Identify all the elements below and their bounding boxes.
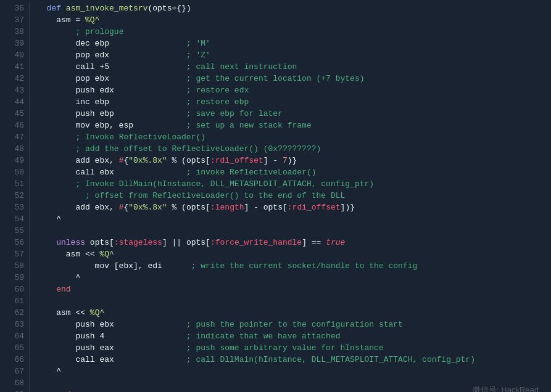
code-line: ^: [37, 213, 551, 225]
code-line: end: [37, 389, 551, 392]
line-number: 54: [2, 213, 24, 225]
code-token: %Q^: [90, 308, 104, 317]
code-token: ; Invoke DllMain(hInstance, DLL_METASPLO…: [75, 179, 374, 189]
line-number: 45: [2, 108, 24, 120]
code-content: def asm_invoke_metsrv(opts={}) asm = %Q^…: [30, 2, 551, 392]
code-token: push eax: [37, 343, 114, 353]
code-token: asm =: [37, 15, 85, 25]
code-token: ; Invoke ReflectiveLoader(): [75, 133, 205, 142]
line-number: 66: [2, 354, 24, 365]
code-token: [109, 74, 186, 83]
code-token: [109, 62, 186, 71]
code-line: add ebx, #{"0x%.8x" % (opts[:rdi_offset]…: [37, 155, 551, 166]
code-token: asm <<: [37, 308, 90, 317]
line-number: 40: [2, 49, 24, 61]
line-number: 42: [2, 73, 24, 84]
code-token: ; call next instruction: [186, 62, 297, 71]
code-token: [37, 179, 75, 189]
code-line: end: [37, 284, 551, 295]
code-token: ): [186, 4, 191, 13]
line-number: 52: [2, 190, 24, 202]
code-line: push eax ; push some arbitrary value for…: [37, 342, 551, 354]
code-line: pop ebx ; get the current location (+7 b…: [37, 73, 551, 84]
code-line: push 4 ; indicate that we have attached: [37, 330, 551, 342]
code-token: )}: [288, 156, 297, 165]
code-token: add ebx,: [37, 156, 119, 165]
line-number: 58: [2, 260, 24, 272]
code-token: ^: [37, 214, 61, 224]
code-token: ; restore edx: [186, 86, 249, 95]
code-line: ; add the offset to ReflectiveLoader() (…: [37, 143, 551, 155]
code-token: [109, 51, 186, 60]
code-token: :rdi_offset: [210, 156, 263, 165]
line-number: 48: [2, 143, 24, 155]
code-line: call ebx ; invoke ReflectiveLoader(): [37, 166, 551, 178]
code-line: mov ebp, esp ; set up a new stack frame: [37, 120, 551, 131]
line-number: 53: [2, 202, 24, 213]
code-token: [114, 343, 186, 353]
code-token: :rdi_offset: [288, 203, 341, 212]
code-token: opts: [186, 203, 205, 212]
line-number: 59: [2, 272, 24, 284]
code-token: push edx: [37, 86, 114, 95]
line-number: 63: [2, 319, 24, 330]
code-line: call eax ; call DllMain(hInstance, DLL_M…: [37, 354, 551, 365]
code-line: [37, 377, 551, 389]
code-token: ; save ebp for later: [186, 109, 283, 118]
code-line: asm = %Q^: [37, 14, 551, 26]
code-token: opts: [263, 203, 283, 212]
code-line: ; offset from ReflectiveLoader() to the …: [37, 190, 551, 202]
code-token: %Q^: [85, 15, 99, 25]
code-line: add ebx, #{"0x%.8x" % (opts[:length] - o…: [37, 202, 551, 213]
code-token: [114, 320, 186, 329]
code-token: opts: [186, 238, 205, 247]
code-token: 7: [283, 156, 288, 165]
code-line: [37, 225, 551, 237]
code-token: pop ebx: [37, 74, 109, 83]
code-token: ^: [37, 273, 80, 282]
code-line: unless opts[:stageless] || opts[:force_w…: [37, 237, 551, 248]
line-number: 46: [2, 120, 24, 131]
code-token: unless: [37, 238, 90, 247]
code-token: [: [283, 203, 288, 212]
code-token: def: [47, 4, 66, 13]
code-token: push 4: [37, 332, 104, 341]
code-token: ; write the current socket/handle to the…: [191, 261, 418, 271]
code-token: [109, 39, 186, 48]
code-token: end: [56, 285, 70, 294]
code-token: [: [205, 156, 210, 165]
code-token: ; prologue: [75, 27, 123, 36]
code-line: ^: [37, 365, 551, 377]
code-token: ={}: [172, 4, 186, 13]
code-line: asm << %Q^: [37, 307, 551, 319]
code-token: ; call DllMain(hInstance, DLL_METASPLOIT…: [186, 355, 475, 364]
code-line: push ebp ; save ebp for later: [37, 108, 551, 120]
code-token: ; add the offset to ReflectiveLoader() (…: [75, 144, 321, 153]
code-token: push ebp: [37, 109, 114, 118]
code-token: ; indicate that we have attached: [186, 332, 341, 341]
code-line: ^: [37, 272, 551, 284]
line-number: 68: [2, 377, 24, 389]
line-numbers: 3637383940414243444546474849505152535455…: [0, 2, 30, 392]
line-number: 55: [2, 225, 24, 237]
code-token: [37, 285, 56, 294]
code-token: "0x%.8x": [128, 203, 167, 212]
code-editor: 3637383940414243444546474849505152535455…: [0, 0, 551, 392]
code-token: opts: [186, 156, 205, 165]
code-line: inc ebp ; restore ebp: [37, 96, 551, 108]
line-number: 50: [2, 166, 24, 178]
code-line: [37, 295, 551, 307]
code-token: :force_write_handle: [210, 238, 302, 247]
line-number: 56: [2, 237, 24, 248]
code-token: [37, 27, 75, 36]
code-token: ; get the current location (+7 bytes): [186, 74, 365, 83]
code-token: [162, 261, 191, 271]
code-line: def asm_invoke_metsrv(opts={}): [37, 2, 551, 14]
code-token: call ebx: [37, 168, 114, 177]
code-token: ; push some arbitrary value for hInstanc…: [186, 343, 384, 353]
line-number: 44: [2, 96, 24, 108]
code-token: mov [ebx], edi: [37, 261, 162, 271]
line-number: 47: [2, 131, 24, 143]
code-token: opts: [90, 238, 109, 247]
line-number: 49: [2, 155, 24, 166]
